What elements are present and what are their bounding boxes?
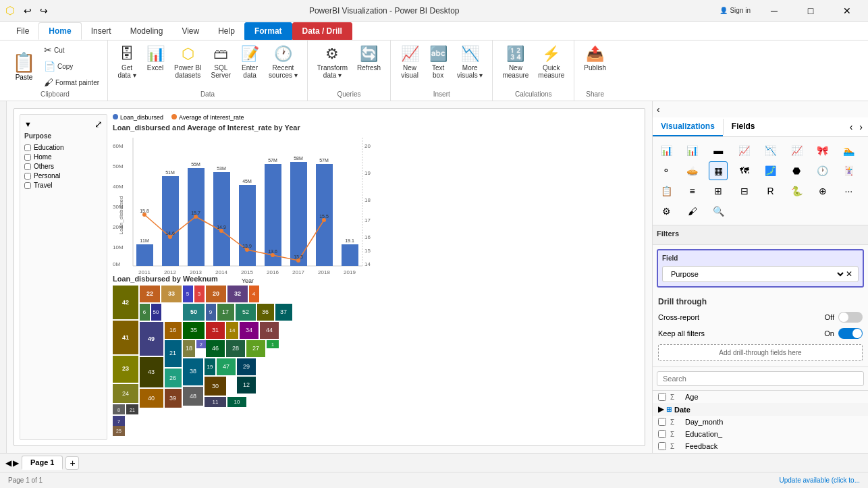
filter-item-home[interactable]: Home [24, 153, 103, 161]
filter-item-travel[interactable]: Travel [24, 182, 103, 189]
viz-table[interactable]: ⊞ [709, 182, 728, 200]
keep-filters-track[interactable] [838, 328, 863, 339]
bar-2011[interactable] [136, 244, 153, 266]
paste-button[interactable]: 📋 Paste [8, 49, 40, 83]
close-button[interactable]: ✕ [832, 0, 863, 22]
bar-2019[interactable] [342, 244, 358, 266]
field-well-select[interactable]: Purpose [668, 269, 846, 279]
ribbon-queries-items: ⚙ Transformdata ▾ 🔄 Refresh [313, 43, 385, 89]
redo-button[interactable]: ↪ [36, 4, 51, 18]
viz-more[interactable]: ··· [839, 182, 858, 200]
text-box-button[interactable]: 🔤 Textbox [425, 43, 452, 89]
cut-button[interactable]: ✂ Cut [41, 43, 102, 57]
field-well-clear[interactable]: ✕ [846, 269, 852, 279]
maximize-button[interactable]: □ [795, 0, 826, 22]
cross-report-track[interactable] [838, 312, 863, 323]
filter-item-others[interactable]: Others [24, 163, 103, 170]
viz-matrix[interactable]: ⊟ [735, 182, 754, 200]
recent-sources-button[interactable]: 🕐 Recentsources ▾ [265, 43, 302, 89]
field-item-age[interactable]: Σ Age [653, 391, 868, 403]
keep-filters-toggle[interactable]: On [824, 328, 863, 339]
viz-gauge[interactable]: 🕐 [813, 161, 832, 180]
viz-stacked-bar[interactable]: 📊 [657, 141, 676, 160]
excel-button[interactable]: 📊 Excel [142, 43, 169, 89]
page-tab-1[interactable]: Page 1 [22, 456, 63, 470]
viz-waterfall[interactable]: 🏊 [839, 141, 858, 160]
tab-modeling[interactable]: Modeling [121, 22, 173, 40]
copy-button[interactable]: 📄 Copy [41, 59, 102, 73]
panel-prev-button[interactable]: ‹ [847, 120, 856, 134]
powerbi-datasets-button[interactable]: ⬡ Power BIdatasets [170, 43, 206, 89]
bar-2012[interactable] [162, 176, 179, 266]
cross-report-value: Off [825, 313, 834, 321]
field-item-education[interactable]: Σ Education_ [653, 428, 868, 440]
more-visuals-button[interactable]: 📉 Morevisuals ▾ [453, 43, 487, 89]
viz-scatter[interactable]: ⚬ [657, 161, 676, 180]
add-drillthrough-field[interactable]: Add drill-through fields here [658, 344, 863, 361]
transform-data-button[interactable]: ⚙ Transformdata ▾ [313, 43, 352, 89]
tab-visualizations[interactable]: Visualizations [653, 117, 723, 136]
field-group-date[interactable]: ▶ ⊞ Date [653, 403, 868, 416]
viz-slicer[interactable]: ≡ [683, 182, 702, 200]
treemap-title: Loan_disbursed by Weeknum [113, 275, 639, 283]
page-prev-button[interactable]: ◀ [5, 458, 11, 468]
viz-treemap[interactable]: ▦ [709, 161, 728, 180]
svg-text:3: 3 [198, 291, 201, 297]
tab-fields[interactable]: Fields [724, 117, 763, 136]
new-measure-button[interactable]: 🔢 Newmeasure [498, 43, 533, 89]
viz-clustered-bar[interactable]: 📊 [683, 141, 702, 160]
cross-report-toggle[interactable]: Off [825, 312, 863, 323]
svg-text:21: 21 [169, 350, 176, 356]
tab-home[interactable]: Home [38, 22, 81, 40]
viz-area[interactable]: 📉 [761, 141, 780, 160]
new-visual-button[interactable]: 📈 Newvisual [396, 43, 423, 89]
undo-button[interactable]: ↩ [20, 4, 35, 18]
tab-insert[interactable]: Insert [82, 22, 121, 40]
fields-search [653, 367, 868, 391]
add-page-button[interactable]: + [65, 456, 79, 470]
update-info[interactable]: Update available (click to... [779, 477, 860, 484]
viz-funnel[interactable]: ⬣ [787, 161, 806, 180]
signin-button[interactable]: 👤 Sign in [717, 5, 753, 16]
field-item-feedback[interactable]: Σ Feedback [653, 440, 868, 452]
viz-line[interactable]: 📈 [735, 141, 754, 160]
bar-2015[interactable] [239, 185, 256, 266]
refresh-button[interactable]: 🔄 Refresh [353, 43, 385, 89]
field-item-day-month[interactable]: Σ Day_month [653, 416, 868, 428]
viz-card[interactable]: 🃏 [839, 161, 858, 180]
minimize-button[interactable]: ─ [759, 0, 790, 22]
tab-view[interactable]: View [172, 22, 209, 40]
viz-analytics-icon[interactable]: 🔍 [709, 202, 728, 221]
viz-python[interactable]: 🐍 [787, 182, 806, 200]
viz-build-icon[interactable]: ⚙ [657, 202, 676, 221]
viz-kpi[interactable]: 📋 [657, 182, 676, 200]
sql-server-button[interactable]: 🗃 SQLServer [207, 43, 235, 89]
page-next-button[interactable]: ▶ [13, 458, 19, 468]
enter-data-button[interactable]: 📝 Enterdata [236, 43, 263, 89]
viz-custom1[interactable]: ⊕ [813, 182, 832, 200]
viz-r-script[interactable]: R [761, 182, 780, 200]
publish-button[interactable]: 📤 Publish [580, 43, 610, 89]
fields-search-input[interactable] [657, 371, 864, 386]
tab-data-drill[interactable]: Data / Drill [292, 22, 352, 40]
viz-filled-map[interactable]: 🗾 [761, 161, 780, 180]
viz-map[interactable]: 🗺 [735, 161, 754, 180]
tab-file[interactable]: File [7, 22, 38, 40]
quick-measure-button[interactable]: ⚡ Quickmeasure [534, 43, 568, 89]
filter-item-education[interactable]: Education [24, 144, 103, 151]
get-data-button[interactable]: 🗄 Getdata ▾ [113, 43, 140, 89]
filter-item-personal[interactable]: Personal [24, 172, 103, 180]
fields-panel: Σ Age ▶ ⊞ Date Σ Day_month Σ Education_ … [653, 367, 868, 453]
viz-pie[interactable]: 🥧 [683, 161, 702, 180]
field-item-gender[interactable]: ≡ Gender [653, 452, 868, 453]
tab-format[interactable]: Format [244, 22, 292, 40]
tab-help[interactable]: Help [209, 22, 244, 40]
collapse-panel-button[interactable]: ‹ [654, 103, 663, 116]
panel-next-button[interactable]: › [857, 120, 865, 134]
viz-ribbon[interactable]: 🎀 [813, 141, 832, 160]
format-painter-button[interactable]: 🖌 Format painter [41, 76, 102, 89]
viz-line-cluster[interactable]: 📈 [787, 141, 806, 160]
viz-100pct-bar[interactable]: ▬ [709, 141, 728, 160]
viz-format-icon[interactable]: 🖌 [683, 202, 702, 221]
bar-2014[interactable] [213, 172, 230, 266]
